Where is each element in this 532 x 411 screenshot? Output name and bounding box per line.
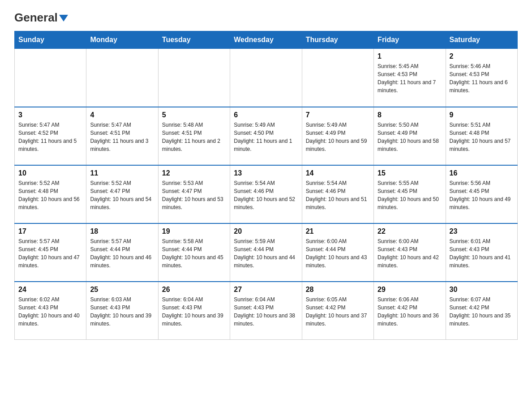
day-number: 1 [378, 52, 442, 60]
calendar-week-row: 17Sunrise: 5:57 AMSunset: 4:45 PMDayligh… [15, 223, 518, 282]
calendar-table: SundayMondayTuesdayWednesdayThursdayFrid… [14, 31, 518, 340]
calendar-cell: 18Sunrise: 5:57 AMSunset: 4:44 PMDayligh… [86, 223, 158, 282]
day-number: 13 [234, 169, 298, 177]
day-info: Sunrise: 5:53 AMSunset: 4:47 PMDaylight:… [162, 179, 226, 211]
calendar-week-row: 3Sunrise: 5:47 AMSunset: 4:52 PMDaylight… [15, 107, 518, 165]
day-info: Sunrise: 6:01 AMSunset: 4:43 PMDaylight:… [450, 237, 514, 270]
day-info: Sunrise: 5:50 AMSunset: 4:49 PMDaylight:… [378, 121, 442, 153]
day-number: 12 [162, 169, 226, 177]
calendar-cell: 24Sunrise: 6:02 AMSunset: 4:43 PMDayligh… [15, 282, 86, 340]
day-number: 29 [378, 286, 442, 294]
day-number: 15 [378, 169, 442, 177]
calendar-cell: 15Sunrise: 5:55 AMSunset: 4:45 PMDayligh… [374, 165, 446, 223]
day-number: 26 [162, 286, 226, 294]
calendar-week-row: 1Sunrise: 5:45 AMSunset: 4:53 PMDaylight… [15, 49, 518, 107]
day-header-saturday: Saturday [446, 31, 517, 49]
calendar-week-row: 24Sunrise: 6:02 AMSunset: 4:43 PMDayligh… [15, 282, 518, 340]
day-number: 10 [18, 169, 82, 177]
day-info: Sunrise: 6:07 AMSunset: 4:42 PMDaylight:… [450, 295, 514, 328]
calendar-cell: 23Sunrise: 6:01 AMSunset: 4:43 PMDayligh… [446, 223, 517, 282]
calendar-cell: 11Sunrise: 5:52 AMSunset: 4:47 PMDayligh… [86, 165, 158, 223]
day-info: Sunrise: 6:04 AMSunset: 4:43 PMDaylight:… [162, 295, 226, 328]
day-info: Sunrise: 6:05 AMSunset: 4:42 PMDaylight:… [306, 295, 370, 328]
calendar-cell: 17Sunrise: 5:57 AMSunset: 4:45 PMDayligh… [15, 223, 86, 282]
day-info: Sunrise: 5:52 AMSunset: 4:47 PMDaylight:… [90, 179, 154, 211]
day-info: Sunrise: 6:06 AMSunset: 4:42 PMDaylight:… [378, 295, 442, 328]
calendar-cell: 7Sunrise: 5:49 AMSunset: 4:49 PMDaylight… [302, 107, 373, 165]
calendar-cell: 14Sunrise: 5:54 AMSunset: 4:46 PMDayligh… [302, 165, 373, 223]
day-number: 28 [306, 286, 370, 294]
logo-triangle-icon [59, 15, 68, 21]
day-number: 18 [90, 227, 154, 235]
day-number: 6 [234, 111, 298, 119]
day-number: 14 [306, 169, 370, 177]
day-header-wednesday: Wednesday [230, 31, 302, 49]
day-number: 4 [90, 111, 154, 119]
calendar-cell: 29Sunrise: 6:06 AMSunset: 4:42 PMDayligh… [374, 282, 446, 340]
day-number: 11 [90, 169, 154, 177]
day-number: 23 [450, 227, 514, 235]
calendar-cell: 30Sunrise: 6:07 AMSunset: 4:42 PMDayligh… [446, 282, 517, 340]
calendar-cell: 8Sunrise: 5:50 AMSunset: 4:49 PMDaylight… [374, 107, 446, 165]
calendar-cell: 9Sunrise: 5:51 AMSunset: 4:48 PMDaylight… [446, 107, 517, 165]
day-number: 24 [18, 286, 82, 294]
calendar-cell: 16Sunrise: 5:56 AMSunset: 4:45 PMDayligh… [446, 165, 517, 223]
day-info: Sunrise: 6:04 AMSunset: 4:43 PMDaylight:… [234, 295, 298, 328]
day-info: Sunrise: 5:52 AMSunset: 4:48 PMDaylight:… [18, 179, 82, 211]
calendar-cell: 20Sunrise: 5:59 AMSunset: 4:44 PMDayligh… [230, 223, 302, 282]
day-info: Sunrise: 5:58 AMSunset: 4:44 PMDaylight:… [162, 237, 226, 270]
day-info: Sunrise: 6:00 AMSunset: 4:43 PMDaylight:… [378, 237, 442, 270]
day-info: Sunrise: 5:49 AMSunset: 4:49 PMDaylight:… [306, 121, 370, 153]
day-info: Sunrise: 5:51 AMSunset: 4:48 PMDaylight:… [450, 121, 514, 153]
day-number: 19 [162, 227, 226, 235]
day-info: Sunrise: 5:54 AMSunset: 4:46 PMDaylight:… [306, 179, 370, 211]
day-number: 16 [450, 169, 514, 177]
calendar-cell: 6Sunrise: 5:49 AMSunset: 4:50 PMDaylight… [230, 107, 302, 165]
calendar-cell: 13Sunrise: 5:54 AMSunset: 4:46 PMDayligh… [230, 165, 302, 223]
calendar-cell: 2Sunrise: 5:46 AMSunset: 4:53 PMDaylight… [446, 49, 517, 107]
day-info: Sunrise: 5:47 AMSunset: 4:51 PMDaylight:… [90, 121, 154, 153]
calendar-header-row: SundayMondayTuesdayWednesdayThursdayFrid… [15, 31, 518, 49]
calendar-cell [230, 49, 302, 107]
day-info: Sunrise: 5:56 AMSunset: 4:45 PMDaylight:… [450, 179, 514, 211]
day-number: 2 [450, 52, 514, 60]
day-number: 25 [90, 286, 154, 294]
calendar-week-row: 10Sunrise: 5:52 AMSunset: 4:48 PMDayligh… [15, 165, 518, 223]
calendar-cell: 5Sunrise: 5:48 AMSunset: 4:51 PMDaylight… [158, 107, 230, 165]
day-info: Sunrise: 5:46 AMSunset: 4:53 PMDaylight:… [450, 62, 514, 94]
calendar-cell: 1Sunrise: 5:45 AMSunset: 4:53 PMDaylight… [374, 49, 446, 107]
calendar-cell: 26Sunrise: 6:04 AMSunset: 4:43 PMDayligh… [158, 282, 230, 340]
day-info: Sunrise: 5:47 AMSunset: 4:52 PMDaylight:… [18, 121, 82, 153]
day-info: Sunrise: 5:54 AMSunset: 4:46 PMDaylight:… [234, 179, 298, 211]
day-header-monday: Monday [86, 31, 158, 49]
day-header-tuesday: Tuesday [158, 31, 230, 49]
calendar-cell [302, 49, 373, 107]
day-number: 8 [378, 111, 442, 119]
day-number: 21 [306, 227, 370, 235]
calendar-cell: 27Sunrise: 6:04 AMSunset: 4:43 PMDayligh… [230, 282, 302, 340]
day-number: 3 [18, 111, 82, 119]
header: General [14, 11, 518, 23]
day-number: 9 [450, 111, 514, 119]
day-header-sunday: Sunday [15, 31, 86, 49]
calendar-cell: 3Sunrise: 5:47 AMSunset: 4:52 PMDaylight… [15, 107, 86, 165]
logo: General [14, 11, 68, 23]
day-number: 27 [234, 286, 298, 294]
day-header-friday: Friday [374, 31, 446, 49]
day-info: Sunrise: 6:03 AMSunset: 4:43 PMDaylight:… [90, 295, 154, 328]
day-number: 5 [162, 111, 226, 119]
day-number: 22 [378, 227, 442, 235]
calendar-cell: 22Sunrise: 6:00 AMSunset: 4:43 PMDayligh… [374, 223, 446, 282]
calendar-cell: 19Sunrise: 5:58 AMSunset: 4:44 PMDayligh… [158, 223, 230, 282]
calendar-cell: 12Sunrise: 5:53 AMSunset: 4:47 PMDayligh… [158, 165, 230, 223]
day-number: 20 [234, 227, 298, 235]
calendar-cell [86, 49, 158, 107]
day-number: 7 [306, 111, 370, 119]
day-info: Sunrise: 5:57 AMSunset: 4:45 PMDaylight:… [18, 237, 82, 270]
calendar-cell [15, 49, 86, 107]
day-info: Sunrise: 5:59 AMSunset: 4:44 PMDaylight:… [234, 237, 298, 270]
calendar-cell: 25Sunrise: 6:03 AMSunset: 4:43 PMDayligh… [86, 282, 158, 340]
day-info: Sunrise: 6:00 AMSunset: 4:44 PMDaylight:… [306, 237, 370, 270]
day-info: Sunrise: 5:48 AMSunset: 4:51 PMDaylight:… [162, 121, 226, 153]
day-number: 17 [18, 227, 82, 235]
